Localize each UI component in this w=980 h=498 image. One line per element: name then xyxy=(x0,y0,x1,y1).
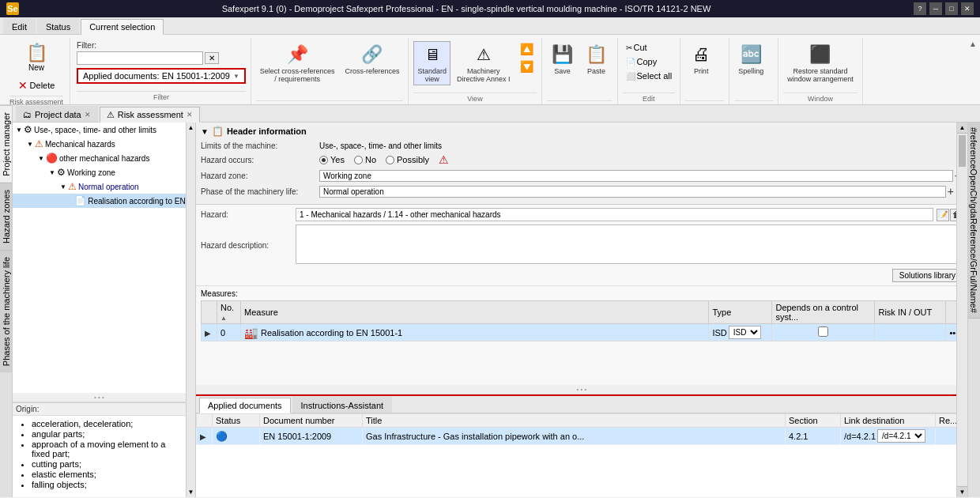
tree-toggle-0[interactable]: ▼ xyxy=(16,126,22,134)
cross-references-button[interactable]: 🔗 Cross-references xyxy=(341,41,403,77)
right-sidebar-tab-reference[interactable]: #referenceOpenCh/gdaReference/GrFul/Name… xyxy=(968,123,980,319)
tree-item-5[interactable]: 📄 Realisation according to EN 15001-1 xyxy=(13,194,186,208)
radio-possibly[interactable]: Possibly xyxy=(386,155,429,164)
right-scroll-thumb[interactable] xyxy=(959,135,966,167)
restore-window-icon: ⬛ xyxy=(809,43,831,66)
measure-type-select-0[interactable]: ISD xyxy=(729,326,761,339)
tree-toggle-1[interactable]: ▼ xyxy=(27,141,33,148)
col-depends-header[interactable]: Depends on a control syst... xyxy=(772,301,875,324)
hazard-zone-row: Hazard zone: + xyxy=(201,169,963,182)
tab-instructions-assistant[interactable]: Instructions-Assistant xyxy=(292,397,393,413)
hazard-zone-input[interactable] xyxy=(319,170,953,182)
standard-view-button[interactable]: 🖥 Standard view xyxy=(413,41,450,85)
restore-window-button[interactable]: ⬛ Restore standard window arrangement xyxy=(783,41,858,85)
risk-assessment-close[interactable]: ✕ xyxy=(187,111,193,119)
radio-no-btn[interactable] xyxy=(354,156,363,164)
sidebar-tab-project-manager[interactable]: Project manager xyxy=(0,105,12,183)
save-button[interactable]: 💾 Save xyxy=(547,41,579,77)
measure-type-0[interactable]: ISD ISD xyxy=(709,324,772,341)
hazard-input[interactable] xyxy=(296,208,933,221)
filter-clear-button[interactable]: ✕ xyxy=(205,52,219,64)
view-extra-btn-2[interactable]: 🔽 xyxy=(517,58,537,74)
window-group-label: Window xyxy=(783,92,858,103)
ribbon-tab-status[interactable]: Status xyxy=(37,18,79,34)
right-scroll-up[interactable]: ▲ xyxy=(957,123,967,134)
tree-item-3[interactable]: ▼ ⚙ Working zone xyxy=(13,165,186,179)
radio-yes-btn[interactable] xyxy=(319,156,328,164)
docs-linkdest-0[interactable]: /d=4.2.1 /d=4.2.1 xyxy=(841,428,936,445)
filter-input[interactable] xyxy=(77,51,203,65)
new-button[interactable]: 📋 New xyxy=(23,41,51,74)
section-collapse-arrow[interactable]: ▼ xyxy=(201,127,209,136)
measure-expand-arrow-0[interactable]: ▶ xyxy=(205,329,211,338)
copy-button[interactable]: 📄 Copy xyxy=(623,55,676,68)
close-button[interactable]: ✕ xyxy=(961,2,974,15)
ribbon-collapse-btn[interactable]: ▲ xyxy=(969,38,977,104)
tree-toggle-2[interactable]: ▼ xyxy=(38,155,44,162)
tree-toggle-4[interactable]: ▼ xyxy=(60,183,66,191)
tab-risk-assessment[interactable]: ⚠ Risk assessment ✕ xyxy=(100,107,200,123)
col-measure-header[interactable]: Measure xyxy=(241,301,709,324)
solutions-library-button[interactable]: Solutions library xyxy=(892,269,963,282)
maximize-button[interactable]: □ xyxy=(945,2,958,15)
radio-no[interactable]: No xyxy=(354,155,376,164)
tree-icon-3: ⚙ xyxy=(57,167,66,178)
help-button[interactable]: ? xyxy=(914,2,926,15)
docs-row-0[interactable]: ▶ 🔵 EN 15001-1:2009 Gas Infrastructure -… xyxy=(197,428,967,445)
phase-add-btn[interactable]: + xyxy=(946,185,956,198)
tab-project-data[interactable]: 🗂 Project data ✕ xyxy=(16,106,98,122)
measure-expand-0[interactable]: ▶ xyxy=(202,324,217,341)
paste-button[interactable]: 📋 Paste xyxy=(581,41,612,77)
link-dest-dropdown-0[interactable]: /d=4.2.1 xyxy=(877,429,925,443)
project-data-close[interactable]: ✕ xyxy=(85,111,91,119)
ribbon-tab-current-selection[interactable]: Current selection xyxy=(81,19,164,35)
radio-yes[interactable]: Yes xyxy=(319,155,345,164)
hazard-desc-textarea[interactable] xyxy=(296,224,963,264)
tree-item-0[interactable]: ▼ ⚙ Use-, space-, time- and other limits xyxy=(13,123,186,137)
tree-toggle-3[interactable]: ▼ xyxy=(49,169,55,176)
machinery-directive-button[interactable]: ⚠ Machinery Directive Annex I xyxy=(453,41,514,85)
hazard-warning-icon: ⚠ xyxy=(439,153,449,166)
scroll-down-arrow[interactable]: ▼ xyxy=(187,487,195,497)
col-no-header[interactable]: No. ▲ xyxy=(217,301,241,324)
cut-button[interactable]: ✂ Cut xyxy=(623,41,676,54)
docs-expand-arrow-0[interactable]: ▶ xyxy=(200,432,206,441)
ribbon-tab-edit[interactable]: Edit xyxy=(3,18,36,34)
print-button[interactable]: 🖨 Print xyxy=(685,41,717,77)
bottom-divider[interactable]: • • • xyxy=(196,385,967,394)
applied-docs-box[interactable]: Applied documents: EN 15001-1:2009 ▼ xyxy=(77,68,246,84)
view-extra-btn-1[interactable]: 🔼 xyxy=(517,41,537,57)
delete-button[interactable]: ✕ Delete xyxy=(14,77,59,94)
select-cross-references-button[interactable]: 📌 Select cross-references / requirements xyxy=(256,41,339,85)
right-scroll-down[interactable]: ▼ xyxy=(957,486,967,497)
docs-expand-0[interactable]: ▶ xyxy=(197,428,213,445)
minimize-button[interactable]: ─ xyxy=(929,2,942,15)
spelling-button[interactable]: 🔤 Spelling xyxy=(734,41,767,77)
panel-divider-top[interactable]: • • • xyxy=(13,393,186,402)
scroll-up-arrow[interactable]: ▲ xyxy=(187,123,195,133)
sidebar-tab-hazard-zones[interactable]: Hazard zones xyxy=(0,183,12,250)
tree-item-2[interactable]: ▼ 🔴 other mechanical hazards xyxy=(13,151,186,165)
col-type-header[interactable]: Type xyxy=(709,301,772,324)
docs-col-docnum[interactable]: Document number xyxy=(260,414,363,428)
origin-section: Origin: acceleration, deceleration; angu… xyxy=(13,402,186,497)
docs-col-linkdest[interactable]: Link destination xyxy=(841,414,936,428)
select-all-button[interactable]: ⬜ Select all xyxy=(623,70,676,82)
docs-col-section[interactable]: Section xyxy=(786,414,841,428)
tree-label-2: other mechanical hazards xyxy=(59,154,150,163)
measure-row-0[interactable]: ▶ 0 🏭 Realisation according to EN 1500 xyxy=(202,324,963,341)
col-risk-header[interactable]: Risk IN / OUT xyxy=(875,301,946,324)
phase-input[interactable] xyxy=(319,186,946,198)
docs-col-status[interactable]: Status xyxy=(213,414,260,428)
hazard-edit-btn[interactable]: 📝 xyxy=(937,209,949,221)
measure-depends-0[interactable] xyxy=(772,324,875,341)
measures-label: Measures: xyxy=(201,289,963,298)
measure-depends-checkbox-0[interactable] xyxy=(818,326,828,337)
tab-applied-documents[interactable]: Applied documents xyxy=(199,398,291,413)
tree-item-1[interactable]: ▼ ⚠ Mechanical hazards xyxy=(13,137,186,151)
radio-possibly-btn[interactable] xyxy=(386,156,394,164)
tree-item-4[interactable]: ▼ ⚠ Normal operation xyxy=(13,179,186,194)
save-label: Save xyxy=(554,67,571,75)
sidebar-tab-phases[interactable]: Phases of the machinery life xyxy=(0,250,12,372)
docs-col-title[interactable]: Title xyxy=(363,414,786,428)
